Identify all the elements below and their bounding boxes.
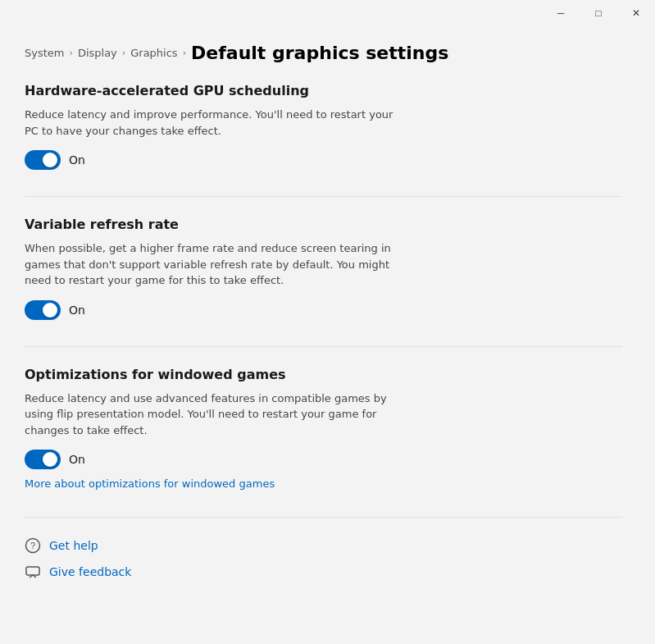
close-button[interactable]: ✕ bbox=[617, 0, 655, 26]
gpu-scheduling-toggle-row: On bbox=[25, 150, 622, 170]
divider-2 bbox=[25, 346, 622, 347]
variable-refresh-toggle-label: On bbox=[69, 304, 85, 317]
variable-refresh-section: Variable refresh rate When possible, get… bbox=[25, 217, 622, 320]
feedback-icon bbox=[25, 564, 41, 580]
gpu-scheduling-toggle-label: On bbox=[69, 153, 85, 167]
breadcrumb-sep-2: › bbox=[122, 48, 125, 58]
give-feedback-link[interactable]: Give feedback bbox=[25, 564, 622, 580]
title-bar: ─ □ ✕ bbox=[0, 0, 655, 26]
breadcrumb-sep-1: › bbox=[69, 48, 72, 58]
gpu-scheduling-toggle[interactable] bbox=[25, 150, 61, 170]
divider-1 bbox=[25, 196, 622, 197]
footer-links: ? Get help Give feedback bbox=[25, 537, 622, 580]
variable-refresh-desc: When possible, get a higher frame rate a… bbox=[25, 240, 393, 289]
variable-refresh-title: Variable refresh rate bbox=[25, 217, 622, 232]
breadcrumb: System › Display › Graphics › Default gr… bbox=[25, 43, 622, 63]
svg-text:?: ? bbox=[30, 541, 35, 550]
svg-rect-2 bbox=[26, 567, 39, 575]
variable-refresh-toggle[interactable] bbox=[25, 300, 61, 320]
windowed-games-toggle[interactable] bbox=[25, 450, 61, 469]
breadcrumb-system[interactable]: System bbox=[25, 47, 64, 59]
breadcrumb-graphics[interactable]: Graphics bbox=[130, 47, 177, 59]
give-feedback-label: Give feedback bbox=[49, 565, 131, 578]
windowed-games-toggle-row: On bbox=[25, 450, 622, 469]
get-help-link[interactable]: ? Get help bbox=[25, 537, 622, 554]
gpu-scheduling-title: Hardware-accelerated GPU scheduling bbox=[25, 83, 622, 98]
windowed-games-toggle-label: On bbox=[69, 453, 85, 466]
main-content: System › Display › Graphics › Default gr… bbox=[0, 26, 655, 644]
gpu-scheduling-desc: Reduce latency and improve performance. … bbox=[25, 107, 393, 139]
windowed-games-title: Optimizations for windowed games bbox=[25, 367, 622, 382]
windowed-games-desc: Reduce latency and use advanced features… bbox=[25, 391, 393, 439]
breadcrumb-sep-3: › bbox=[183, 48, 186, 58]
gpu-scheduling-section: Hardware-accelerated GPU scheduling Redu… bbox=[25, 83, 622, 170]
windowed-games-link[interactable]: More about optimizations for windowed ga… bbox=[25, 477, 275, 490]
variable-refresh-toggle-row: On bbox=[25, 300, 622, 320]
minimize-button[interactable]: ─ bbox=[542, 0, 580, 26]
page-title: Default graphics settings bbox=[191, 43, 448, 63]
help-icon: ? bbox=[25, 537, 41, 554]
divider-3 bbox=[25, 517, 622, 518]
windowed-games-section: Optimizations for windowed games Reduce … bbox=[25, 367, 622, 491]
maximize-button[interactable]: □ bbox=[580, 0, 617, 26]
breadcrumb-display[interactable]: Display bbox=[78, 47, 117, 59]
get-help-label: Get help bbox=[49, 539, 98, 552]
